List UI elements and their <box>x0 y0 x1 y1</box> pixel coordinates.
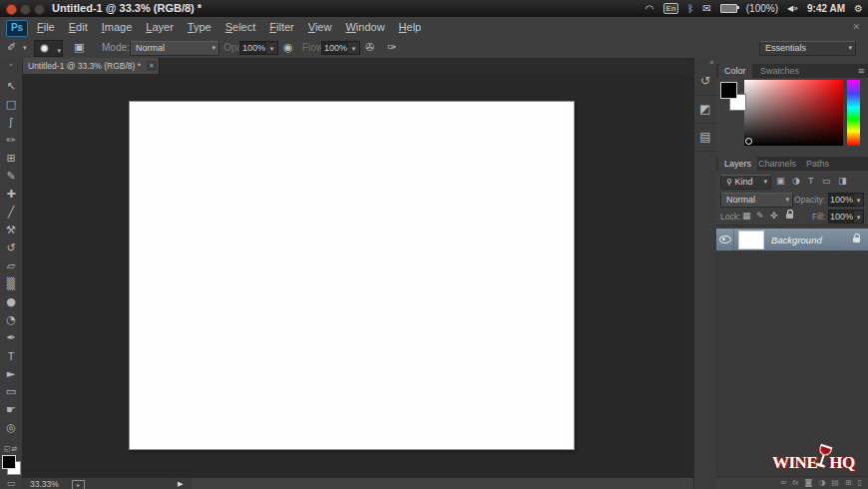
tool-pen[interactable]: ✒ <box>0 329 22 347</box>
tool-eraser[interactable]: ▱ <box>0 257 22 275</box>
blend-mode-value: Normal <box>136 43 165 53</box>
tool-zoom[interactable]: ◎ <box>0 419 22 437</box>
tool-clone-stamp[interactable]: ⚒ <box>0 222 22 240</box>
document-tab[interactable]: Untitled-1 @ 33.3% (RGB/8) * ✕ <box>23 58 160 74</box>
tool-move[interactable]: ↖ <box>0 78 22 96</box>
filter-shape-layers-icon[interactable]: ▭ <box>822 175 831 188</box>
tool-lasso[interactable]: ʃ <box>0 114 22 132</box>
menu-select[interactable]: Select <box>218 17 263 38</box>
layer-comps-panel-icon[interactable]: ▤ <box>694 124 716 152</box>
pressure-size-icon[interactable]: ✑ <box>387 38 396 58</box>
menu-image[interactable]: Image <box>95 17 140 38</box>
session-menu-icon[interactable]: ⚙ <box>854 3 863 14</box>
window-minimize-button[interactable] <box>20 4 31 15</box>
tool-quick-selection[interactable]: ✏ <box>0 132 22 150</box>
swap-colors-icon[interactable]: ◱⇄ <box>0 445 22 453</box>
filter-smart-objects-icon[interactable]: ◨ <box>838 175 847 188</box>
filter-pixel-layers-icon[interactable]: ▣ <box>776 175 785 188</box>
blend-mode-select[interactable]: Normal ▾ <box>130 41 219 56</box>
keyboard-layout-indicator[interactable]: En <box>663 3 679 14</box>
menu-file[interactable]: File <box>30 17 62 38</box>
wifi-icon[interactable]: ◠ <box>646 3 654 14</box>
expand-panels-icon[interactable]: « <box>709 58 714 67</box>
tool-path-selection[interactable]: ► <box>0 365 22 383</box>
layers-opacity-input[interactable]: 100% <box>828 193 857 207</box>
tool-shape[interactable]: ▭ <box>0 383 22 401</box>
toolbox-collapse-button[interactable]: » <box>0 58 23 74</box>
tool-hand[interactable]: ☛ <box>0 401 22 419</box>
menu-filter[interactable]: Filter <box>262 17 300 38</box>
tab-channels[interactable]: Channels <box>752 157 802 171</box>
filter-type-layers-icon[interactable]: T <box>808 175 814 188</box>
brush-preset-picker[interactable]: ▾ <box>34 40 63 57</box>
lock-all-icon[interactable] <box>786 214 793 219</box>
fill-caret[interactable]: ▾ <box>854 210 864 224</box>
tool-marquee[interactable]: □ <box>0 96 22 114</box>
mail-icon[interactable]: ✉ <box>702 3 710 14</box>
document-window-close-icon[interactable]: ✕ <box>852 17 860 38</box>
zoom-level-field[interactable]: 33.33% <box>30 478 59 489</box>
clock[interactable]: 9:42 AM <box>807 3 845 14</box>
foreground-color-swatch[interactable] <box>2 455 16 469</box>
tool-healing-brush[interactable]: ✚ <box>0 186 22 204</box>
layers-opacity-caret[interactable]: ▾ <box>854 193 864 207</box>
window-close-button[interactable] <box>6 4 17 15</box>
horizontal-scrollbar[interactable] <box>192 478 693 489</box>
menu-help[interactable]: Help <box>392 17 429 38</box>
menu-view[interactable]: View <box>301 17 339 38</box>
history-panel-icon[interactable]: ↺ <box>694 68 716 96</box>
hue-slider[interactable] <box>847 80 860 146</box>
lock-position-icon[interactable]: ✜ <box>770 210 778 223</box>
tool-eyedropper[interactable]: ✎ <box>0 168 22 186</box>
layer-list: Background <box>716 225 868 476</box>
status-popup-icon[interactable]: ▶ <box>178 478 183 489</box>
tab-swatches[interactable]: Swatches <box>754 64 805 78</box>
layer-visibility-cell[interactable] <box>716 229 734 250</box>
tool-preset-caret-icon[interactable]: ▾ <box>23 38 27 58</box>
tool-history-brush[interactable]: ↺ <box>0 240 22 257</box>
color-panel-menu-icon[interactable]: ≡ <box>857 64 865 78</box>
tool-brush[interactable]: ╱ <box>0 204 22 222</box>
fill-input[interactable]: 100% <box>828 210 857 224</box>
volume-icon[interactable]: ◀» <box>787 4 798 13</box>
opacity-caret-icon: ▾ <box>270 45 274 53</box>
workspace-select[interactable]: Essentials ▾ <box>759 41 856 56</box>
window-maximize-button[interactable] <box>34 4 45 15</box>
quick-mask-button[interactable]: ▭ <box>0 478 22 488</box>
brush-tool-icon[interactable]: ✐ <box>7 38 16 58</box>
properties-panel-icon[interactable]: ◩ <box>694 96 716 124</box>
tool-type[interactable]: T <box>0 347 22 365</box>
lock-transparency-icon[interactable]: ▦ <box>742 210 751 223</box>
tool-dodge[interactable]: ◔ <box>0 311 22 329</box>
layer-thumbnail[interactable] <box>738 231 764 249</box>
bluetooth-icon[interactable]: ᛒ <box>687 3 693 14</box>
document-canvas[interactable] <box>129 101 575 450</box>
document-tab-close-icon[interactable]: ✕ <box>147 61 157 71</box>
airbrush-icon[interactable]: ✇ <box>365 38 374 58</box>
menu-edit[interactable]: Edit <box>62 17 95 38</box>
tool-gradient[interactable]: ▒ <box>0 275 22 293</box>
tab-color[interactable]: Color <box>718 64 752 78</box>
opacity-input[interactable]: 100% <box>239 41 269 55</box>
tab-paths[interactable]: Paths <box>800 157 835 171</box>
toggle-brush-panel-icon[interactable]: ▣ <box>74 38 84 58</box>
menu-type[interactable]: Type <box>181 17 218 38</box>
menu-window[interactable]: Window <box>338 17 391 38</box>
tool-crop[interactable]: ⊞ <box>0 150 22 168</box>
flow-caret[interactable]: ▾ <box>348 41 360 55</box>
lock-pixels-icon[interactable]: ✎ <box>756 210 764 223</box>
filter-adjustment-layers-icon[interactable]: ◑ <box>792 175 800 188</box>
layer-filter-kind-select[interactable]: ⚲ Kind ▾ <box>720 175 771 190</box>
color-panel-foreground-swatch[interactable] <box>720 82 737 99</box>
layer-row-background[interactable]: Background <box>716 229 868 250</box>
options-bar: ✐ ▾ ▾ ▣ Mode: Normal ▾ Opacity: 100% ▾ ◉… <box>0 38 868 59</box>
system-tray: ◠ En ᛒ ✉ (100%) ◀» 9:42 AM ⚙ <box>646 0 863 17</box>
opacity-caret[interactable]: ▾ <box>266 41 278 55</box>
pressure-opacity-icon[interactable]: ◉ <box>283 38 293 58</box>
battery-icon[interactable] <box>720 4 737 13</box>
saturation-brightness-field[interactable] <box>744 80 843 146</box>
menu-layer[interactable]: Layer <box>139 17 181 38</box>
layers-blend-mode-select[interactable]: Normal ▾ <box>720 193 793 208</box>
tool-blur[interactable]: ● <box>0 293 22 311</box>
flow-input[interactable]: 100% <box>321 41 351 55</box>
